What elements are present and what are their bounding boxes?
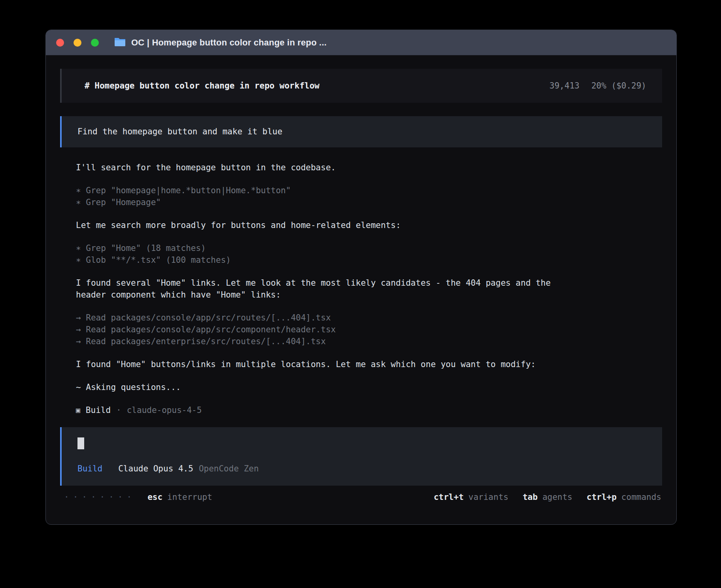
- close-button[interactable]: [56, 39, 64, 47]
- minimize-button[interactable]: [74, 39, 81, 47]
- folder-icon: [114, 37, 126, 48]
- glob-tool-line: ∗ Glob "**/*.tsx" (100 matches): [76, 254, 662, 266]
- text-cursor: [77, 437, 84, 449]
- tool-call-group: ∗ Grep "Home" (18 matches) ∗ Glob "**/*.…: [76, 242, 662, 266]
- agent-mode-label[interactable]: Build: [77, 464, 102, 473]
- progress-dots: ········: [64, 492, 136, 502]
- token-count: 39,413: [549, 81, 579, 90]
- assistant-text: I found several "Home" links. Let me loo…: [76, 277, 662, 301]
- user-message: Find the homepage button and make it blu…: [60, 116, 662, 147]
- shortcut-variants: ctrl+t variants: [434, 492, 508, 502]
- status-right: ctrl+t variants tab agents ctrl+p comman…: [434, 492, 661, 502]
- status-left: ········ esc interrupt: [64, 492, 212, 502]
- tool-call-group: → Read packages/console/app/src/routes/[…: [76, 312, 662, 347]
- agent-model: claude-opus-4-5: [127, 404, 202, 416]
- traffic-lights: [56, 39, 99, 47]
- tool-call-group: ∗ Grep "homepage|home.*button|Home.*butt…: [76, 185, 662, 208]
- terminal-window: OC | Homepage button color change in rep…: [45, 30, 677, 525]
- assistant-transcript: I'll search for the homepage button in t…: [60, 162, 662, 416]
- provider-label: OpenCode Zen: [199, 464, 259, 473]
- shortcut-commands: ctrl+p commands: [587, 492, 661, 502]
- grep-tool-line: ∗ Grep "Home" (18 matches): [76, 242, 662, 254]
- agent-separator: ·: [116, 404, 121, 416]
- assistant-text: Let me search more broadly for buttons a…: [76, 219, 662, 231]
- status-bar: ········ esc interrupt ctrl+t variants t…: [60, 490, 662, 504]
- title-group: OC | Homepage button color change in rep…: [114, 37, 327, 48]
- agent-status-line: ▣ Build · claude-opus-4-5: [76, 404, 662, 416]
- input-line[interactable]: [77, 437, 646, 449]
- terminal-content: # Homepage button color change in repo w…: [46, 55, 676, 504]
- assistant-text: I found "Home" buttons/links in multiple…: [76, 358, 662, 370]
- read-tool-line: → Read packages/console/app/src/routes/[…: [76, 312, 662, 324]
- model-label[interactable]: Claude Opus 4.5: [118, 464, 193, 473]
- shortcut-interrupt: esc interrupt: [147, 492, 212, 502]
- grep-tool-line: ∗ Grep "Homepage": [76, 196, 662, 208]
- window-title: OC | Homepage button color change in rep…: [131, 38, 327, 48]
- read-tool-line: → Read packages/enterprise/src/routes/[.…: [76, 335, 662, 347]
- agent-name: Build: [86, 404, 111, 416]
- prompt-input[interactable]: Build Claude Opus 4.5 OpenCode Zen: [60, 427, 662, 486]
- esc-label: interrupt: [167, 492, 212, 502]
- user-message-text: Find the homepage button and make it blu…: [77, 127, 282, 136]
- context-usage: 20% ($0.29): [591, 81, 646, 90]
- session-stats: 39,413 20% ($0.29): [549, 81, 646, 90]
- read-tool-line: → Read packages/console/app/src/componen…: [76, 324, 662, 335]
- assistant-text: I'll search for the homepage button in t…: [76, 162, 662, 173]
- asking-questions-status: ~ Asking questions...: [76, 381, 662, 393]
- build-agent-icon: ▣: [76, 404, 80, 416]
- esc-key: esc: [147, 492, 162, 502]
- window-titlebar[interactable]: OC | Homepage button color change in rep…: [46, 30, 676, 55]
- shortcut-agents: tab agents: [523, 492, 572, 502]
- input-mode-row: Build Claude Opus 4.5 OpenCode Zen: [77, 463, 646, 475]
- zoom-button[interactable]: [91, 39, 99, 47]
- session-header: # Homepage button color change in repo w…: [60, 69, 662, 103]
- grep-tool-line: ∗ Grep "homepage|home.*button|Home.*butt…: [76, 185, 662, 196]
- session-title: # Homepage button color change in repo w…: [85, 81, 319, 90]
